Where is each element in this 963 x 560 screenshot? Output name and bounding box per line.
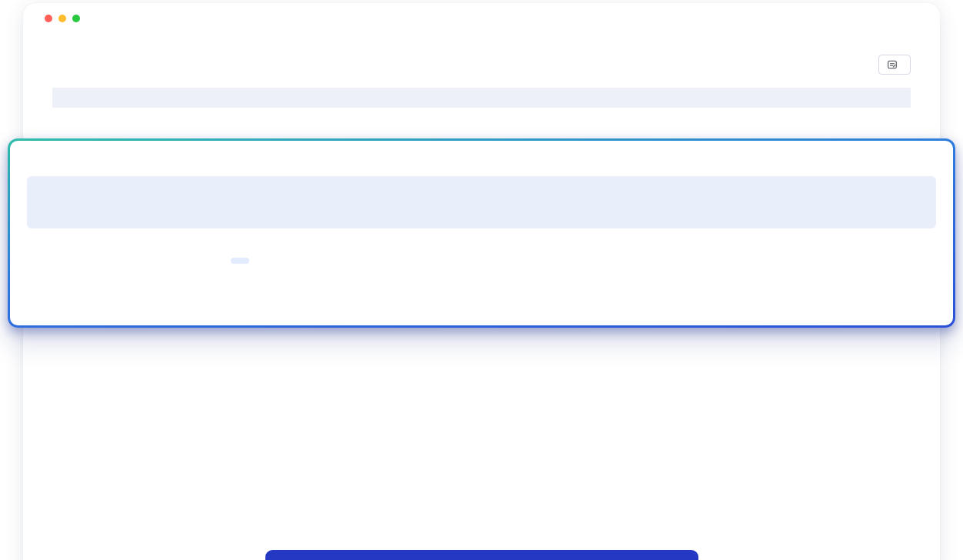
suggestion-badge xyxy=(231,258,249,264)
next-panel-edge xyxy=(265,550,698,560)
highlight-panel xyxy=(8,138,955,328)
toolbar xyxy=(52,54,911,75)
dynamic-count xyxy=(52,58,57,72)
highlight-row-content xyxy=(415,251,818,271)
highlight-panel-inner xyxy=(10,141,953,325)
customize-icon xyxy=(887,59,898,70)
table-header xyxy=(52,88,911,108)
highlight-table-header xyxy=(27,176,936,228)
customize-type-button[interactable] xyxy=(878,55,911,75)
highlight-row[interactable] xyxy=(27,228,936,293)
highlight-row-type xyxy=(162,258,415,264)
